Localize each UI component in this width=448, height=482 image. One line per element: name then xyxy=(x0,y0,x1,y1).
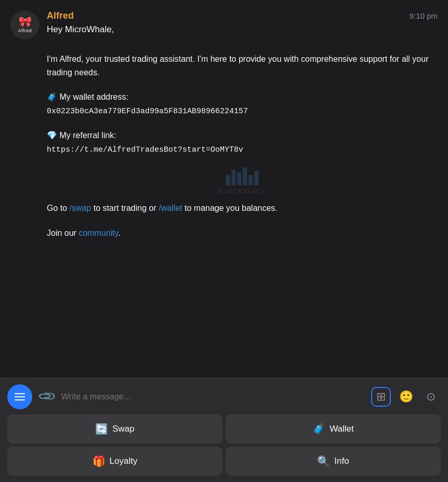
trading-after: to manage you balances. xyxy=(182,204,278,212)
message-input[interactable] xyxy=(61,392,366,401)
emoji-button[interactable]: 🙂 xyxy=(396,387,416,407)
avatar: 🎀 Alfred xyxy=(10,10,39,39)
chat-area: 🎀 Alfred Alfred 9:10 pm Hey MicroWhale, … xyxy=(0,0,448,378)
watermark-bars xyxy=(226,167,258,185)
camera-icon: ⊙ xyxy=(426,390,436,404)
apps-button[interactable]: ⊞ xyxy=(371,387,391,407)
menu-button[interactable] xyxy=(7,384,32,409)
timestamp: 9:10 pm xyxy=(410,11,438,20)
trading-text: Go to /swap to start trading or /wallet … xyxy=(47,202,438,215)
emoji-icon: 🙂 xyxy=(399,390,413,404)
wallet-link[interactable]: /wallet xyxy=(159,204,182,212)
camera-button[interactable]: ⊙ xyxy=(421,387,441,407)
info-btn[interactable]: 🔍Info xyxy=(226,447,441,476)
watermark: BLOCK3EATS xyxy=(218,167,266,196)
right-icons: ⊞ 🙂 ⊙ xyxy=(371,387,441,407)
avatar-emoji: 🎀 xyxy=(19,17,32,27)
trading-middle: to start trading or xyxy=(91,204,159,212)
greeting: Hey MicroWhale, xyxy=(47,24,438,35)
wallet-btn-emoji: 🧳 xyxy=(312,423,325,435)
input-area: 📎 ⊞ 🙂 ⊙ 🔄Swap🧳Wallet🎁Loyalty🔍Info xyxy=(0,378,448,482)
message-body: I'm Alfred, your trusted trading assista… xyxy=(47,52,438,240)
input-row: 📎 ⊞ 🙂 ⊙ xyxy=(7,384,441,409)
referral-label: 💎 My referral link: xyxy=(47,129,438,142)
community-text: Join our community. xyxy=(47,226,438,240)
loyalty-btn[interactable]: 🎁Loyalty xyxy=(7,447,222,476)
watermark-area: BLOCK3EATS xyxy=(47,167,438,193)
info-btn-label: Info xyxy=(334,456,349,466)
info-btn-emoji: 🔍 xyxy=(317,455,330,467)
community-after: . xyxy=(118,229,121,237)
wallet-btn-label: Wallet xyxy=(330,424,354,434)
swap-btn-emoji: 🔄 xyxy=(95,423,108,435)
wallet-label: 🧳 My wallet address: xyxy=(47,90,438,104)
loyalty-btn-emoji: 🎁 xyxy=(93,455,106,467)
wallet-section: 🧳 My wallet address: 0x0223b0cA3ea779EFd… xyxy=(47,90,438,117)
trading-before: Go to xyxy=(47,204,70,212)
swap-btn-label: Swap xyxy=(112,424,135,434)
watermark-text: BLOCK3EATS xyxy=(218,187,266,196)
header-top: Alfred 9:10 pm xyxy=(47,10,438,21)
bot-buttons: 🔄Swap🧳Wallet🎁Loyalty🔍Info xyxy=(7,414,441,476)
message-header: 🎀 Alfred Alfred 9:10 pm Hey MicroWhale, xyxy=(10,10,438,44)
loyalty-btn-label: Loyalty xyxy=(110,456,138,466)
sender-name: Alfred xyxy=(47,10,74,21)
community-link[interactable]: community xyxy=(78,229,118,237)
paperclip-icon: 📎 xyxy=(37,387,56,406)
wallet-btn[interactable]: 🧳Wallet xyxy=(226,414,441,444)
attach-button[interactable]: 📎 xyxy=(37,387,56,406)
community-before: Join our xyxy=(47,229,78,237)
apps-icon: ⊞ xyxy=(376,390,386,404)
header-info: Alfred 9:10 pm Hey MicroWhale, xyxy=(47,10,438,44)
swap-link[interactable]: /swap xyxy=(70,204,91,212)
referral-link: https://t.me/AlfredTradesBot?start=OoMYT… xyxy=(47,144,438,156)
intro-text: I'm Alfred, your trusted trading assista… xyxy=(47,52,438,79)
referral-section: 💎 My referral link: https://t.me/AlfredT… xyxy=(47,129,438,156)
hamburger-icon xyxy=(15,393,25,400)
avatar-name-label: Alfred xyxy=(18,28,32,33)
swap-btn[interactable]: 🔄Swap xyxy=(7,414,222,444)
wallet-address: 0x0223b0cA3ea779EFd3ad99a5F831AB98966224… xyxy=(47,106,438,118)
